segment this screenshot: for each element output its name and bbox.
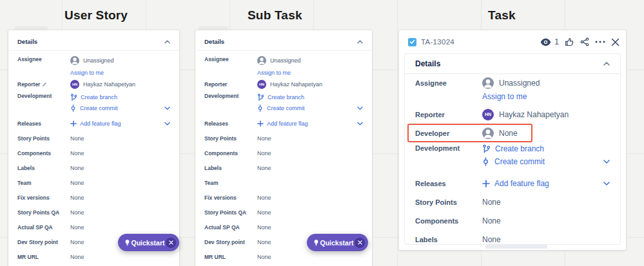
chevron-up-icon[interactable] [603, 62, 610, 66]
developer-label: Developer [415, 129, 482, 137]
field-row: MR URLNone [17, 249, 170, 264]
reporter-avatar: HN [257, 80, 266, 89]
create-branch-link[interactable]: Create branch [70, 91, 170, 102]
chevron-down-icon[interactable] [603, 182, 610, 185]
assign-to-me-link[interactable]: Assign to me [257, 70, 291, 76]
column-title-sub-task: Sub Task [248, 8, 302, 23]
edit-pencil-icon [42, 82, 47, 87]
field-value[interactable]: None [257, 165, 271, 171]
sub-task-details-card: Details Assignee Unassigned Assign to me… [195, 30, 373, 266]
field-value[interactable]: None [70, 180, 84, 186]
unassigned-avatar-icon [70, 56, 79, 65]
development-field: Development Create branch Create commit [204, 91, 363, 116]
plus-icon [482, 180, 490, 187]
reporter-value[interactable]: HN Haykaz Nahapetyan [482, 108, 569, 121]
reporter-avatar: HN [70, 80, 79, 89]
development-label: Development [415, 142, 482, 174]
field-value[interactable]: None [257, 135, 271, 142]
details-section-header[interactable]: Details [195, 30, 372, 51]
releases-label: Releases [17, 120, 70, 127]
add-feature-flag-link[interactable]: Add feature flag [70, 118, 170, 129]
chevron-down-icon[interactable] [164, 122, 170, 126]
close-icon[interactable] [611, 38, 620, 46]
assign-to-me-link[interactable]: Assign to me [70, 70, 104, 76]
add-feature-flag-link[interactable]: Add feature flag [257, 118, 363, 129]
details-section-header[interactable]: Details [405, 54, 620, 74]
field-value[interactable]: None [257, 195, 271, 201]
field-row: Story PointsNone [204, 131, 363, 146]
chevron-down-icon[interactable] [357, 122, 363, 126]
create-commit-link[interactable]: Create commit [482, 155, 610, 168]
chevron-up-icon[interactable] [357, 40, 363, 44]
field-value[interactable]: None [70, 239, 84, 245]
development-label: Development [204, 91, 257, 116]
reporter-value[interactable]: HN Haykaz Nahapetyan [70, 79, 135, 90]
assignee-value[interactable]: Unassigned [70, 55, 170, 66]
watchers-eye-icon[interactable] [540, 38, 551, 46]
field-value[interactable]: None [70, 209, 84, 216]
field-value[interactable]: None [257, 254, 271, 260]
reporter-field: Reporter HN Haykaz Nahapetyan [415, 105, 610, 124]
chevron-up-icon[interactable] [164, 40, 170, 44]
more-actions-icon[interactable] [595, 41, 605, 43]
none-avatar-icon [482, 128, 494, 139]
releases-field: Releases Add feature flag [17, 116, 170, 131]
assignee-label: Assignee [204, 55, 257, 77]
details-section: Details Assignee Unassigned Assign to me [404, 53, 621, 245]
assignee-value[interactable]: Unassigned [482, 77, 610, 90]
field-value[interactable]: None [70, 224, 84, 231]
development-field: Development Create branch Create commit [415, 142, 610, 174]
details-section-header[interactable]: Details [8, 30, 179, 51]
create-commit-link[interactable]: Create commit [257, 102, 363, 113]
quickstart-button[interactable]: Quickstart [307, 234, 368, 251]
assignee-value[interactable]: Unassigned [257, 55, 363, 66]
reporter-field: Reporter HN Haykaz Nahapetyan [204, 77, 363, 91]
field-value[interactable]: None [257, 239, 271, 245]
branch-icon [257, 93, 264, 101]
chevron-down-icon[interactable] [603, 160, 610, 164]
add-feature-flag-link[interactable]: Add feature flag [482, 177, 610, 190]
details-title: Details [204, 38, 224, 45]
quickstart-button[interactable]: Quickstart [118, 234, 179, 251]
releases-field: Releases Add feature flag [204, 116, 363, 131]
reporter-field: Reporter HN Haykaz Nahapetyan [17, 77, 170, 91]
chevron-down-icon[interactable] [357, 106, 363, 110]
create-branch-link[interactable]: Create branch [257, 91, 363, 102]
field-value[interactable]: None [482, 235, 501, 244]
field-value[interactable]: None [70, 165, 84, 171]
assign-to-me-link[interactable]: Assign to me [482, 92, 527, 101]
field-row: Team [204, 175, 363, 190]
field-row: ComponentsNone [17, 146, 170, 160]
task-issue-card: TA-13024 1 Details [398, 30, 627, 251]
issue-key-link[interactable]: TA-13024 [421, 38, 454, 46]
create-commit-link[interactable]: Create commit [70, 102, 170, 113]
field-row: Actual SP QANone [17, 220, 170, 234]
field-row: Story PointsNone [415, 193, 610, 211]
field-row: Fix versionsNone [204, 190, 363, 205]
quickstart-close-icon[interactable] [355, 238, 365, 248]
task-type-icon [408, 38, 416, 46]
chevron-down-icon[interactable] [164, 106, 170, 110]
field-row: Story Points QANone [204, 205, 363, 220]
create-branch-link[interactable]: Create branch [482, 142, 610, 155]
field-value[interactable]: None [70, 195, 84, 201]
field-row: Story PointsNone [17, 131, 170, 146]
field-value[interactable]: None [70, 150, 84, 157]
issue-header: TA-13024 1 [399, 30, 626, 53]
field-value[interactable]: None [257, 224, 271, 231]
field-value[interactable]: None [482, 198, 501, 207]
quickstart-close-icon[interactable] [166, 238, 176, 248]
details-title: Details [415, 59, 440, 68]
developer-value[interactable]: None [482, 127, 518, 140]
field-value[interactable]: None [70, 254, 84, 260]
reporter-label: Reporter [204, 81, 257, 88]
thumbs-up-icon[interactable] [565, 37, 574, 46]
reporter-label: Reporter [415, 111, 482, 119]
reporter-value[interactable]: HN Haykaz Nahapetyan [257, 79, 322, 90]
field-value[interactable]: None [257, 150, 271, 157]
field-value[interactable]: None [70, 135, 84, 142]
share-icon[interactable] [580, 37, 589, 46]
field-value[interactable]: None [257, 209, 271, 216]
field-value[interactable]: None [482, 216, 501, 225]
assignee-label: Assignee [415, 77, 482, 105]
